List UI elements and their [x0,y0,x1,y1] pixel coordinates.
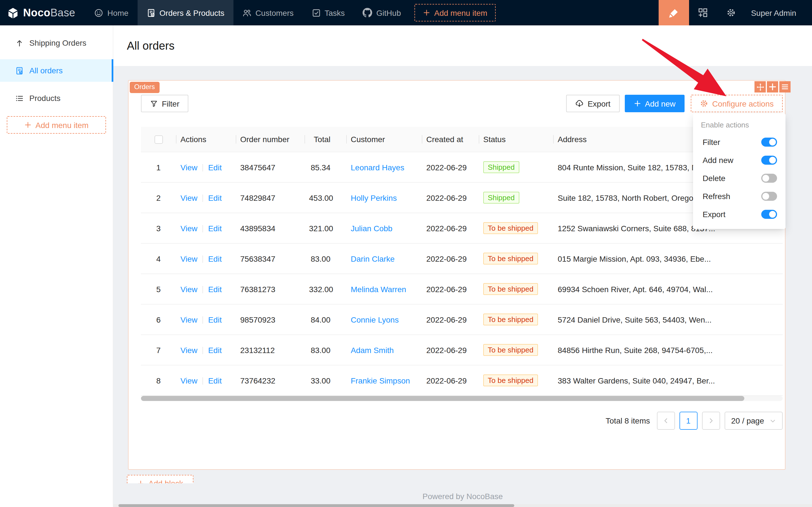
customer-link[interactable]: Melinda Warren [351,285,406,293]
order-number-cell: 38475647 [236,152,304,182]
nav-tab-home[interactable]: Home [85,0,137,25]
view-link[interactable]: View [180,163,197,172]
user-menu[interactable]: Super Admin [746,8,812,17]
view-link[interactable]: View [180,315,197,324]
total-cell: 453.00 [304,182,346,213]
customer-link[interactable]: Julian Cobb [351,224,393,233]
edit-link[interactable]: Edit [208,376,222,385]
orders-table: Actions Order number Total Customer Crea… [141,127,783,401]
row-index: 3 [141,213,176,243]
plugin-manager-button[interactable] [689,0,717,25]
dropdown-item-export[interactable]: Export [693,205,786,223]
row-actions: ViewEdit [176,152,236,182]
page-number-button[interactable]: 1 [679,412,697,430]
edit-link[interactable]: Edit [208,224,222,233]
logo-text: NocoBase [23,6,75,19]
block-menu-icon[interactable] [779,81,791,93]
nav-tab-label: GitHub [376,8,401,17]
row-index: 7 [141,335,176,365]
table-action-bar: Filter Export Add new [141,95,783,112]
customer-link[interactable]: Leonard Hayes [351,163,404,172]
customer-link[interactable]: Frankie Simpson [351,376,410,385]
export-button[interactable]: Export [566,95,620,112]
customer-link[interactable]: Adam Smith [351,345,394,354]
customer-link[interactable]: Connie Lyons [351,315,399,324]
configure-actions-button[interactable]: Configure actions [691,95,783,112]
cloud-download-icon [575,99,584,108]
column-header-order-number: Order number [236,127,304,152]
drag-handle-icon[interactable] [754,81,766,93]
delete-toggle[interactable] [761,174,777,183]
nav-tab-github[interactable]: GitHub [354,0,410,25]
edit-link[interactable]: Edit [208,315,222,324]
add-block-button[interactable]: Add block [127,475,193,483]
ui-editor-button[interactable] [659,0,689,25]
filter-label: Filter [162,99,179,108]
github-icon [363,8,372,17]
address-cell: 84856 Hirthe Run, Suite 268, 94754-6705,… [553,335,783,365]
settings-button[interactable] [717,0,746,25]
edit-link[interactable]: Edit [208,193,222,202]
dropdown-item-label: Add new [703,156,733,165]
page-scrollbar-thumb[interactable] [118,504,514,507]
navbar-add-menu-item-button[interactable]: Add menu item [414,4,496,21]
dropdown-item-refresh[interactable]: Refresh [693,187,786,205]
customer-link[interactable]: Darin Clarke [351,254,395,263]
dropdown-item-delete[interactable]: Delete [693,169,786,187]
created-at-cell: 2022-06-29 [422,243,479,274]
edit-link[interactable]: Edit [208,285,222,293]
edit-link[interactable]: Edit [208,254,222,263]
nocobase-app: NocoBase Home Orders & Products Customer… [0,0,812,507]
add-block-icon[interactable] [767,81,778,93]
status-badge: Shipped [483,192,519,204]
nocobase-logo[interactable]: NocoBase [0,0,85,25]
scrollbar-thumb[interactable] [141,396,744,401]
edit-link[interactable]: Edit [208,345,222,354]
sidebar-item-all-orders[interactable]: All orders [0,59,113,82]
sidebar-add-menu-item-button[interactable]: Add menu item [7,116,106,134]
nav-tab-label: Home [107,8,128,17]
sidebar-item-shipping-orders[interactable]: Shipping Orders [0,32,113,54]
created-at-cell: 2022-06-29 [422,304,479,335]
select-all-checkbox[interactable] [154,135,163,144]
dropdown-item-add-new[interactable]: Add new [693,151,786,169]
plus-icon [137,480,144,483]
view-link[interactable]: View [180,193,197,202]
dropdown-item-label: Delete [703,174,726,183]
view-link[interactable]: View [180,376,197,385]
page-size-select[interactable]: 20 / page [724,412,783,430]
order-number-cell: 75638347 [236,243,304,274]
view-link[interactable]: View [180,254,197,263]
row-actions: ViewEdit [176,243,236,274]
prev-page-button[interactable] [657,412,675,430]
add-new-button[interactable]: Add new [625,95,685,112]
link-divider [202,194,203,202]
nav-tab-orders-products[interactable]: Orders & Products [137,0,233,25]
view-link[interactable]: View [180,224,197,233]
filter-toggle[interactable] [761,137,777,147]
filter-button[interactable]: Filter [141,95,188,112]
refresh-toggle[interactable] [761,192,777,201]
block-collection-tag: Orders [130,82,159,93]
customer-link[interactable]: Holly Perkins [351,193,397,202]
cube-logo-icon [7,6,19,19]
orders-file-icon [147,8,156,17]
view-link[interactable]: View [180,285,197,293]
table-row: 2 ViewEdit 74829847 453.00 Holly Perkins… [141,182,783,213]
export-toggle[interactable] [761,210,777,219]
add-new-toggle[interactable] [761,156,777,165]
nav-tab-customers[interactable]: Customers [233,0,302,25]
plugin-blocks-icon [698,8,708,17]
check-square-icon [311,8,321,17]
next-page-button[interactable] [702,412,720,430]
dropdown-title: Enable actions [693,119,786,133]
sidebar-item-label: All orders [29,66,63,75]
status-badge: Shipped [483,161,519,173]
smiley-icon [95,8,104,17]
view-link[interactable]: View [180,345,197,354]
edit-link[interactable]: Edit [208,163,222,172]
dropdown-item-filter[interactable]: Filter [693,133,786,151]
sidebar-item-products[interactable]: Products [0,87,113,109]
plus-icon [423,9,430,16]
nav-tab-tasks[interactable]: Tasks [302,0,354,25]
